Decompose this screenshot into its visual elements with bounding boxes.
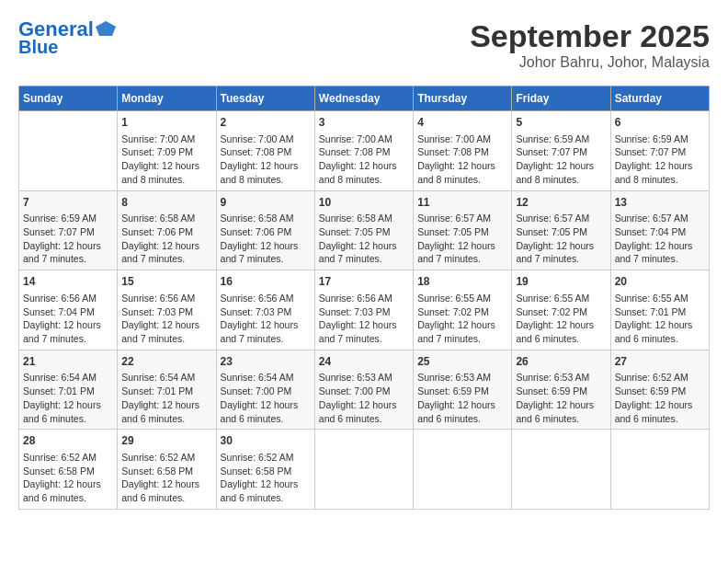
calendar-week-row: 7Sunrise: 6:59 AM Sunset: 7:07 PM Daylig…: [19, 190, 710, 270]
calendar-cell: 3Sunrise: 7:00 AM Sunset: 7:08 PM Daylig…: [314, 111, 413, 191]
day-info: Sunrise: 6:54 AM Sunset: 7:01 PM Dayligh…: [23, 371, 113, 425]
logo: General Blue: [18, 18, 116, 57]
day-info: Sunrise: 7:00 AM Sunset: 7:09 PM Dayligh…: [121, 132, 211, 187]
calendar-cell: 14Sunrise: 6:56 AM Sunset: 7:04 PM Dayli…: [19, 270, 118, 350]
calendar-cell: 18Sunrise: 6:55 AM Sunset: 7:02 PM Dayli…: [414, 270, 512, 350]
day-info: Sunrise: 6:54 AM Sunset: 7:00 PM Dayligh…: [221, 371, 311, 425]
calendar-cell: 11Sunrise: 6:57 AM Sunset: 7:05 PM Dayli…: [414, 190, 512, 270]
calendar-week-row: 21Sunrise: 6:54 AM Sunset: 7:01 PM Dayli…: [19, 350, 710, 430]
calendar-cell: 29Sunrise: 6:52 AM Sunset: 6:58 PM Dayli…: [118, 430, 216, 510]
calendar-cell: 22Sunrise: 6:54 AM Sunset: 7:01 PM Dayli…: [118, 350, 216, 430]
calendar-cell: 21Sunrise: 6:54 AM Sunset: 7:01 PM Dayli…: [19, 350, 118, 430]
day-number: 7: [23, 195, 113, 211]
day-number: 24: [319, 354, 409, 370]
calendar-cell: [314, 430, 413, 510]
day-info: Sunrise: 6:56 AM Sunset: 7:03 PM Dayligh…: [319, 292, 409, 346]
day-number: 27: [615, 354, 705, 370]
calendar-header-row: SundayMondayTuesdayWednesdayThursdayFrid…: [19, 86, 710, 111]
header-tuesday: Tuesday: [216, 86, 314, 111]
day-number: 13: [615, 195, 705, 211]
day-info: Sunrise: 6:52 AM Sunset: 6:59 PM Dayligh…: [615, 371, 705, 425]
calendar-cell: 20Sunrise: 6:55 AM Sunset: 7:01 PM Dayli…: [610, 270, 709, 350]
calendar-cell: 28Sunrise: 6:52 AM Sunset: 6:58 PM Dayli…: [19, 430, 118, 510]
calendar-cell: 6Sunrise: 6:59 AM Sunset: 7:07 PM Daylig…: [610, 111, 709, 191]
day-number: 21: [23, 354, 113, 370]
day-info: Sunrise: 7:00 AM Sunset: 7:08 PM Dayligh…: [319, 132, 409, 187]
header-saturday: Saturday: [610, 86, 709, 111]
calendar-cell: 8Sunrise: 6:58 AM Sunset: 7:06 PM Daylig…: [118, 190, 216, 270]
day-number: 14: [23, 274, 113, 290]
day-number: 22: [121, 354, 211, 370]
calendar-cell: 23Sunrise: 6:54 AM Sunset: 7:00 PM Dayli…: [216, 350, 314, 430]
day-info: Sunrise: 6:58 AM Sunset: 7:06 PM Dayligh…: [121, 212, 211, 266]
day-number: 4: [417, 115, 507, 131]
page-header: General Blue September 2025 Johor Bahru,…: [18, 18, 710, 71]
day-number: 8: [121, 195, 211, 211]
day-info: Sunrise: 6:58 AM Sunset: 7:05 PM Dayligh…: [319, 212, 409, 266]
day-number: 16: [221, 274, 311, 290]
day-info: Sunrise: 6:56 AM Sunset: 7:03 PM Dayligh…: [221, 292, 311, 346]
location-title: Johor Bahru, Johor, Malaysia: [470, 54, 710, 71]
day-number: 25: [417, 354, 507, 370]
day-number: 26: [516, 354, 606, 370]
header-thursday: Thursday: [414, 86, 512, 111]
calendar-cell: 25Sunrise: 6:53 AM Sunset: 6:59 PM Dayli…: [414, 350, 512, 430]
day-number: 1: [121, 115, 211, 131]
day-number: 19: [516, 274, 606, 290]
header-monday: Monday: [118, 86, 216, 111]
calendar-cell: [512, 430, 610, 510]
calendar-cell: [19, 111, 118, 191]
day-info: Sunrise: 6:56 AM Sunset: 7:03 PM Dayligh…: [121, 292, 211, 346]
calendar-cell: 16Sunrise: 6:56 AM Sunset: 7:03 PM Dayli…: [216, 270, 314, 350]
day-number: 30: [221, 433, 311, 449]
day-number: 23: [221, 354, 311, 370]
calendar-cell: [610, 430, 709, 510]
calendar-week-row: 1Sunrise: 7:00 AM Sunset: 7:09 PM Daylig…: [19, 111, 710, 191]
day-number: 9: [221, 195, 311, 211]
day-info: Sunrise: 7:00 AM Sunset: 7:08 PM Dayligh…: [221, 132, 311, 187]
day-info: Sunrise: 6:57 AM Sunset: 7:05 PM Dayligh…: [417, 212, 507, 266]
calendar-cell: 1Sunrise: 7:00 AM Sunset: 7:09 PM Daylig…: [118, 111, 216, 191]
day-info: Sunrise: 6:55 AM Sunset: 7:02 PM Dayligh…: [516, 292, 606, 346]
day-number: 11: [417, 195, 507, 211]
day-number: 5: [516, 115, 606, 131]
calendar-cell: 26Sunrise: 6:53 AM Sunset: 6:59 PM Dayli…: [512, 350, 610, 430]
header-sunday: Sunday: [19, 86, 118, 111]
day-info: Sunrise: 6:52 AM Sunset: 6:58 PM Dayligh…: [121, 451, 211, 505]
header-wednesday: Wednesday: [314, 86, 413, 111]
day-number: 3: [319, 115, 409, 131]
calendar-cell: [414, 430, 512, 510]
calendar-cell: 4Sunrise: 7:00 AM Sunset: 7:08 PM Daylig…: [414, 111, 512, 191]
day-info: Sunrise: 6:53 AM Sunset: 6:59 PM Dayligh…: [516, 371, 606, 425]
day-number: 20: [615, 274, 705, 290]
logo-icon: [96, 19, 116, 38]
calendar-cell: 30Sunrise: 6:52 AM Sunset: 6:58 PM Dayli…: [216, 430, 314, 510]
day-number: 10: [319, 195, 409, 211]
day-info: Sunrise: 6:59 AM Sunset: 7:07 PM Dayligh…: [615, 132, 705, 187]
day-info: Sunrise: 6:53 AM Sunset: 7:00 PM Dayligh…: [319, 371, 409, 425]
day-info: Sunrise: 6:55 AM Sunset: 7:01 PM Dayligh…: [615, 292, 705, 346]
day-info: Sunrise: 6:59 AM Sunset: 7:07 PM Dayligh…: [516, 132, 606, 187]
day-info: Sunrise: 6:57 AM Sunset: 7:04 PM Dayligh…: [615, 212, 705, 266]
day-number: 17: [319, 274, 409, 290]
day-number: 2: [221, 115, 311, 131]
day-info: Sunrise: 6:58 AM Sunset: 7:06 PM Dayligh…: [221, 212, 311, 266]
day-info: Sunrise: 6:56 AM Sunset: 7:04 PM Dayligh…: [23, 292, 113, 346]
day-number: 29: [121, 433, 211, 449]
logo-blue-text: Blue: [18, 37, 58, 57]
day-info: Sunrise: 6:52 AM Sunset: 6:58 PM Dayligh…: [221, 451, 311, 505]
day-info: Sunrise: 6:52 AM Sunset: 6:58 PM Dayligh…: [23, 451, 113, 505]
day-number: 15: [121, 274, 211, 290]
calendar-week-row: 14Sunrise: 6:56 AM Sunset: 7:04 PM Dayli…: [19, 270, 710, 350]
day-number: 12: [516, 195, 606, 211]
day-number: 28: [23, 433, 113, 449]
day-info: Sunrise: 6:57 AM Sunset: 7:05 PM Dayligh…: [516, 212, 606, 266]
title-area: September 2025 Johor Bahru, Johor, Malay…: [470, 18, 710, 71]
calendar-cell: 19Sunrise: 6:55 AM Sunset: 7:02 PM Dayli…: [512, 270, 610, 350]
calendar-cell: 27Sunrise: 6:52 AM Sunset: 6:59 PM Dayli…: [610, 350, 709, 430]
day-info: Sunrise: 7:00 AM Sunset: 7:08 PM Dayligh…: [417, 132, 507, 187]
day-info: Sunrise: 6:54 AM Sunset: 7:01 PM Dayligh…: [121, 371, 211, 425]
day-info: Sunrise: 6:59 AM Sunset: 7:07 PM Dayligh…: [23, 212, 113, 266]
calendar-cell: 15Sunrise: 6:56 AM Sunset: 7:03 PM Dayli…: [118, 270, 216, 350]
day-number: 18: [417, 274, 507, 290]
